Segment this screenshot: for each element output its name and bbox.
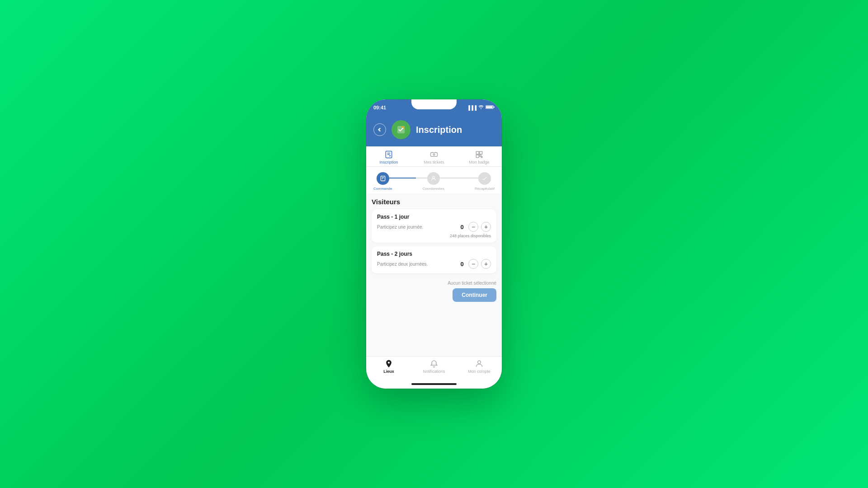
- page-title: Inscription: [416, 125, 462, 135]
- svg-point-7: [433, 154, 434, 155]
- svg-rect-6: [431, 153, 438, 156]
- step-coordonnees-label: Coordonnées: [423, 187, 444, 191]
- svg-point-0: [481, 108, 481, 109]
- stepper: Commande Coordonnées Récapitulatif: [366, 167, 502, 193]
- status-time: 09:41: [373, 105, 386, 110]
- home-indicator: [366, 380, 502, 389]
- ticket-2-counter: 0 − +: [458, 259, 491, 269]
- main-content: Visiteurs Pass - 1 jour Participez une j…: [366, 193, 502, 356]
- ticket-1-value: 0: [458, 224, 466, 230]
- bottom-nav: Lieux Notifications Mon compte: [366, 356, 502, 380]
- phone-notch: [411, 99, 457, 109]
- nav-mon-compte[interactable]: Mon compte: [457, 359, 502, 379]
- svg-rect-3: [494, 107, 495, 108]
- tab-inscription-label: Inscription: [379, 160, 398, 164]
- ticket-1-places: 248 places disponibles: [377, 234, 491, 238]
- ticket-2-increment[interactable]: +: [481, 259, 491, 269]
- ticket-1-counter: 0 − +: [458, 222, 491, 232]
- ticket-2-desc: Participez deux journées.: [377, 262, 428, 267]
- svg-rect-9: [480, 151, 482, 154]
- back-button[interactable]: [373, 123, 386, 136]
- app-header: Inscription: [366, 116, 502, 146]
- wifi-icon: [478, 105, 484, 110]
- status-icons: ▐▐▐: [467, 105, 495, 110]
- nav-mon-compte-label: Mon compte: [468, 369, 491, 374]
- signal-icon: ▐▐▐: [467, 105, 476, 110]
- step-commande-label: Commande: [373, 187, 392, 191]
- no-ticket-status: Aucun ticket sélectionné: [372, 279, 496, 288]
- ticket-1-increment[interactable]: +: [481, 222, 491, 232]
- step-recapitulatif-circle: [478, 172, 491, 185]
- nav-notifications[interactable]: Notifications: [411, 359, 457, 379]
- svg-rect-2: [486, 106, 493, 108]
- ticket-card-2: Pass - 2 jours Participez deux journées.…: [372, 246, 496, 273]
- svg-rect-10: [476, 155, 479, 158]
- svg-rect-12: [481, 156, 482, 158]
- tab-mes-tickets[interactable]: Mes tickets: [411, 150, 457, 164]
- svg-point-14: [432, 176, 434, 178]
- home-bar: [411, 383, 457, 385]
- step-coordonnees-circle: [427, 172, 440, 185]
- tab-mon-badge-label: Mon badge: [469, 160, 489, 164]
- battery-icon: [486, 105, 495, 110]
- ticket-1-desc: Participez une journée.: [377, 225, 423, 230]
- ticket-card-1: Pass - 1 jour Participez une journée. 0 …: [372, 209, 496, 243]
- step-recapitulatif-label: Récapitulatif: [475, 187, 495, 191]
- step-commande: Commande: [373, 172, 392, 191]
- app-icon: [392, 120, 410, 139]
- tab-bar: Inscription Mes tickets Mon badg: [366, 146, 502, 167]
- svg-point-15: [478, 361, 481, 364]
- ticket-1-name: Pass - 1 jour: [377, 214, 491, 220]
- status-bar: 09:41 ▐▐▐: [366, 99, 502, 116]
- nav-lieux[interactable]: Lieux: [366, 359, 411, 379]
- ticket-2-name: Pass - 2 jours: [377, 251, 491, 257]
- step-coordonnees: Coordonnées: [423, 172, 444, 191]
- nav-lieux-label: Lieux: [383, 369, 394, 374]
- ticket-2-decrement[interactable]: −: [468, 259, 478, 269]
- ticket-1-decrement[interactable]: −: [468, 222, 478, 232]
- tab-mes-tickets-label: Mes tickets: [424, 160, 444, 164]
- step-commande-circle: [377, 172, 389, 185]
- nav-notifications-label: Notifications: [423, 369, 445, 374]
- svg-rect-8: [476, 151, 479, 154]
- step-recapitulatif: Récapitulatif: [475, 172, 495, 191]
- tab-mon-badge[interactable]: Mon badge: [457, 150, 502, 164]
- tab-inscription[interactable]: Inscription: [366, 150, 411, 164]
- section-title: Visiteurs: [372, 198, 496, 206]
- ticket-2-value: 0: [458, 261, 466, 267]
- continuer-button[interactable]: Continuer: [453, 288, 496, 302]
